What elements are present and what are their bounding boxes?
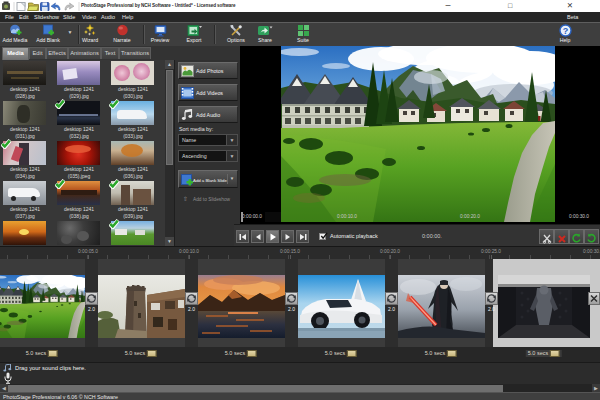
svg-text:?: ? [562,26,568,36]
